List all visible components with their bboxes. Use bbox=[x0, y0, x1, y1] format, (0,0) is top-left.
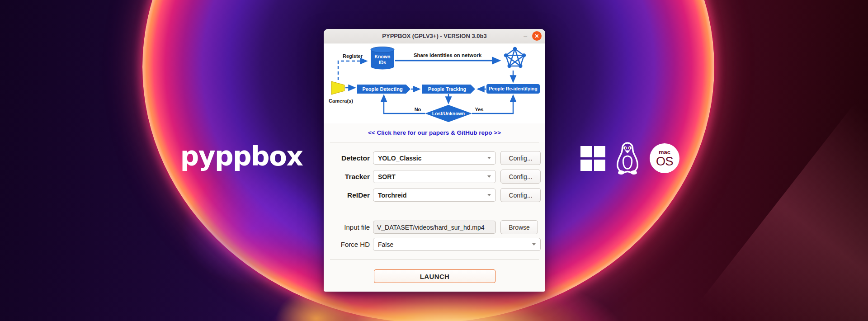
camera-label: Camera(s) bbox=[329, 98, 353, 104]
supported-platforms: mac OS bbox=[580, 140, 679, 176]
yes-label: Yes bbox=[475, 107, 484, 112]
minimize-button[interactable]: – bbox=[524, 29, 527, 43]
separator bbox=[330, 260, 539, 260]
people-tracking-label: People Tracking bbox=[428, 86, 466, 92]
separator bbox=[330, 142, 539, 142]
camera-icon bbox=[331, 81, 344, 94]
pipeline-diagram: Register Known IDs Share identities on n… bbox=[324, 43, 545, 123]
input-file-field[interactable]: V_DATASET/videos/hard_sur_hd.mp4 bbox=[373, 221, 496, 234]
reider-config-button[interactable]: Config... bbox=[500, 188, 541, 202]
detector-row: Detector YOLO_Classic Config... bbox=[324, 151, 541, 165]
tracker-label: Tracker bbox=[324, 173, 373, 181]
pyppbox-app-window: PYPPBOX (GPLV3+) - VERSION 3.0b3 – ✕ Reg… bbox=[324, 29, 545, 292]
macos-logo-icon: mac OS bbox=[650, 143, 679, 173]
reider-value: Torchreid bbox=[378, 192, 407, 199]
network-graph-icon bbox=[504, 47, 526, 68]
input-file-label: Input file bbox=[324, 223, 373, 231]
tracker-value: SORT bbox=[378, 173, 396, 180]
lost-unknown-label: Lost/Unknown bbox=[432, 111, 465, 116]
register-label: Register bbox=[343, 53, 363, 59]
papers-github-link[interactable]: << Click here for our papers & GitHub re… bbox=[368, 129, 501, 136]
reider-row: ReIDer Torchreid Config... bbox=[324, 189, 541, 202]
macos-label-mac: mac bbox=[659, 149, 670, 155]
chevron-down-icon bbox=[487, 175, 491, 178]
known-ids-cylinder: Known IDs bbox=[371, 47, 394, 70]
input-file-row: Input file V_DATASET/videos/hard_sur_hd.… bbox=[324, 221, 541, 234]
close-button[interactable]: ✕ bbox=[532, 31, 542, 41]
known-ids-line1: Known bbox=[375, 54, 391, 59]
reider-label: ReIDer bbox=[324, 191, 373, 199]
chevron-down-icon bbox=[487, 157, 491, 159]
titlebar: PYPPBOX (GPLV3+) - VERSION 3.0b3 – ✕ bbox=[324, 29, 545, 43]
launch-button[interactable]: LAUNCH bbox=[374, 269, 495, 283]
force-hd-row: Force HD False bbox=[324, 238, 541, 251]
chevron-down-icon bbox=[532, 243, 536, 245]
register-dashed-arrow bbox=[338, 61, 366, 80]
force-hd-label: Force HD bbox=[324, 241, 373, 248]
tracker-config-button[interactable]: Config... bbox=[500, 170, 541, 184]
known-ids-line2: IDs bbox=[379, 60, 387, 65]
detector-label: Detector bbox=[324, 154, 373, 162]
tracker-row: Tracker SORT Config... bbox=[324, 170, 541, 183]
detector-dropdown[interactable]: YOLO_Classic bbox=[373, 151, 496, 165]
reider-dropdown[interactable]: Torchreid bbox=[373, 189, 496, 202]
windows-logo-icon bbox=[580, 146, 605, 171]
link-row: << Click here for our papers & GitHub re… bbox=[324, 123, 545, 142]
share-identities-label: Share identities on network bbox=[414, 52, 482, 58]
wallpaper: pyppbox mac OS PYPPBOX (GPLV3+) - VERSIO… bbox=[0, 0, 868, 321]
wallpaper-light-streak bbox=[699, 103, 868, 321]
force-hd-dropdown[interactable]: False bbox=[373, 238, 541, 251]
no-label: No bbox=[415, 107, 421, 112]
separator bbox=[330, 210, 539, 210]
chevron-down-icon bbox=[487, 194, 491, 196]
browse-button[interactable]: Browse bbox=[500, 220, 538, 234]
macos-label-os: OS bbox=[656, 156, 673, 168]
force-hd-value: False bbox=[378, 241, 393, 248]
pyppbox-logo: pyppbox bbox=[180, 141, 303, 172]
detector-value: YOLO_Classic bbox=[378, 155, 422, 162]
people-detecting-label: People Detecting bbox=[362, 86, 402, 92]
window-title: PYPPBOX (GPLV3+) - VERSION 3.0b3 bbox=[382, 33, 486, 39]
tracker-dropdown[interactable]: SORT bbox=[373, 170, 496, 183]
people-reidentifying-label: People Re-identifying bbox=[489, 86, 537, 91]
detector-config-button[interactable]: Config... bbox=[500, 151, 541, 165]
linux-tux-icon bbox=[613, 142, 642, 175]
